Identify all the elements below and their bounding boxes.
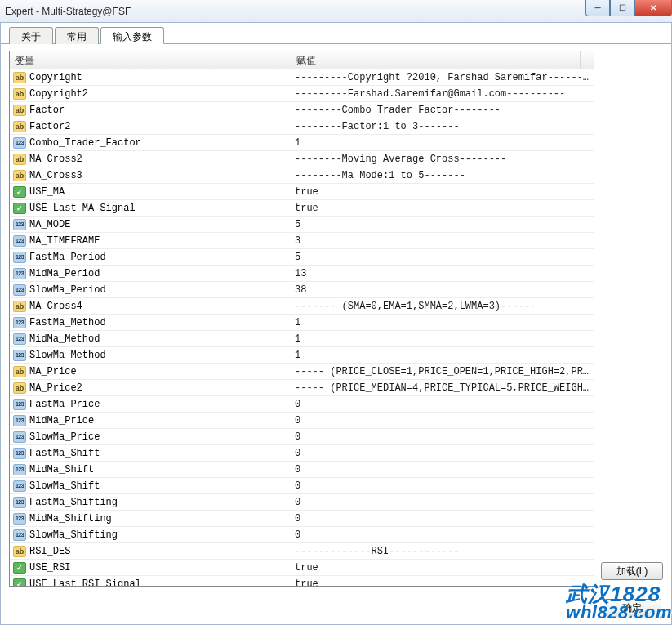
cell-value[interactable]: 0 — [291, 448, 594, 459]
cell-value[interactable]: true — [291, 578, 594, 587]
table-row[interactable]: 123MidMa_Price0 — [10, 413, 594, 429]
param-name: Copyright2 — [29, 88, 88, 100]
table-row[interactable]: abMA_Cross4------- (SMA=0,EMA=1,SMMA=2,L… — [10, 298, 594, 315]
table-row[interactable]: abCopyright---------Copyright ?2010, Far… — [10, 69, 594, 86]
cell-value[interactable]: true — [291, 186, 594, 198]
cell-value[interactable]: ---------Farshad.Saremifar@Gmail.com----… — [291, 88, 594, 100]
cell-value[interactable]: 0 — [291, 399, 594, 410]
column-header-variable[interactable]: 变量 — [10, 51, 291, 69]
table-row[interactable]: abRSI_DES-------------RSI------------ — [10, 543, 594, 560]
header-scroll-spacer — [581, 51, 594, 69]
param-name: Combo_Trader_Factor — [29, 137, 141, 149]
tab-common[interactable]: 常用 — [55, 27, 99, 44]
cell-value[interactable]: 0 — [291, 480, 594, 492]
close-button[interactable]: ✕ — [634, 0, 672, 16]
tab-inputs[interactable]: 输入参数 — [100, 27, 164, 44]
table-row[interactable]: 123SlowMa_Shift0 — [10, 478, 594, 494]
cell-value[interactable]: 38 — [291, 284, 594, 296]
cell-variable: 123MidMa_Shift — [10, 464, 291, 475]
table-row[interactable]: 123FastMa_Shift0 — [10, 445, 594, 462]
load-button[interactable]: 加载(L) — [601, 562, 663, 580]
table-row[interactable]: ✓USE Last RSI Signaltrue — [10, 576, 594, 586]
cell-variable: 123FastMa_Period — [10, 252, 291, 263]
table-row[interactable]: 123SlowMa_Price0 — [10, 429, 594, 445]
cell-value[interactable]: 5 — [291, 252, 594, 263]
table-row[interactable]: 123SlowMa_Period38 — [10, 282, 594, 298]
param-name: SlowMa_Method — [29, 350, 106, 361]
cell-value[interactable]: --------Ma Mode:1 to 5------- — [291, 170, 594, 181]
table-row[interactable]: abMA_Price2----- (PRICE_MEDIAN=4,PRICE_T… — [10, 380, 594, 396]
table-row[interactable]: 123FastMa_Period5 — [10, 249, 594, 266]
table-row[interactable]: 123FastMa_Method1 — [10, 315, 594, 331]
cell-value[interactable]: 13 — [291, 268, 594, 279]
cell-value[interactable]: --------Combo Trader Factor-------- — [291, 105, 594, 116]
cell-variable: 123SlowMa_Shift — [10, 480, 291, 492]
cell-value[interactable]: ----- (PRICE_MEDIAN=4,PRICE_TYPICAL=5,PR… — [291, 382, 594, 394]
grid-body[interactable]: abCopyright---------Copyright ?2010, Far… — [10, 69, 594, 586]
table-row[interactable]: 123MA_MODE5 — [10, 217, 594, 233]
cell-value[interactable]: 5 — [291, 219, 594, 230]
param-name: USE_MA — [29, 186, 65, 198]
table-row[interactable]: abMA_Cross2--------Moving Average Cross-… — [10, 151, 594, 167]
cell-variable: ✓USE Last RSI Signal — [10, 578, 291, 587]
cell-value[interactable]: true — [291, 203, 594, 214]
cell-value[interactable]: 1 — [291, 317, 594, 328]
table-row[interactable]: abMA_Price----- (PRICE_CLOSE=1,PRICE_OPE… — [10, 364, 594, 380]
cell-value[interactable]: ------- (SMA=0,EMA=1,SMMA=2,LWMA=3)-----… — [291, 301, 594, 312]
cell-value[interactable]: 0 — [291, 464, 594, 475]
table-row[interactable]: 123SlowMa_Shifting0 — [10, 527, 594, 543]
table-row[interactable]: abMA_Cross3--------Ma Mode:1 to 5------- — [10, 167, 594, 184]
table-row[interactable]: 123SlowMa_Method1 — [10, 347, 594, 364]
table-row[interactable]: 123MA_TIMEFRAME3 — [10, 233, 594, 249]
cell-variable: abMA_Cross2 — [10, 154, 291, 165]
cell-variable: 123MidMa_Price — [10, 415, 291, 426]
minimize-button[interactable]: ─ — [585, 0, 610, 16]
table-row[interactable]: 123Combo_Trader_Factor1 — [10, 135, 594, 151]
cell-value[interactable]: 3 — [291, 235, 594, 247]
number-icon: 123 — [13, 137, 26, 149]
table-row[interactable]: 123FastMa_Price0 — [10, 396, 594, 413]
maximize-button[interactable]: ☐ — [610, 0, 634, 16]
cell-value[interactable]: --------Moving Average Cross-------- — [291, 154, 594, 165]
cell-value[interactable]: 0 — [291, 529, 594, 541]
cell-variable: ✓USE_Last_MA_Signal — [10, 203, 291, 214]
cell-value[interactable]: 1 — [291, 350, 594, 361]
number-icon: 123 — [13, 333, 26, 345]
cell-value[interactable]: ----- (PRICE_CLOSE=1,PRICE_OPEN=1,PRICE_… — [291, 366, 594, 377]
table-row[interactable]: ✓USE_RSItrue — [10, 560, 594, 576]
table-row[interactable]: abFactor2--------Factor:1 to 3------- — [10, 118, 594, 135]
table-row[interactable]: ✓USE_Last_MA_Signaltrue — [10, 200, 594, 217]
table-row[interactable]: abCopyright2---------Farshad.Saremifar@G… — [10, 86, 594, 102]
cell-value[interactable]: ---------Copyright ?2010, Farshad Saremi… — [291, 72, 594, 83]
table-row[interactable]: 123MidMa_Method1 — [10, 331, 594, 347]
cell-value[interactable]: true — [291, 562, 594, 574]
cell-value[interactable]: 0 — [291, 415, 594, 426]
cell-value[interactable]: 1 — [291, 137, 594, 149]
side-button-column: 加载(L) — [601, 51, 663, 587]
cell-value[interactable]: 0 — [291, 431, 594, 443]
table-row[interactable]: abFactor--------Combo Trader Factor-----… — [10, 102, 594, 118]
cell-value[interactable]: 1 — [291, 333, 594, 345]
cell-variable: 123SlowMa_Shifting — [10, 529, 291, 541]
cell-value[interactable]: -------------RSI------------ — [291, 546, 594, 557]
table-row[interactable]: 123MidMa_Period13 — [10, 266, 594, 282]
number-icon: 123 — [13, 497, 26, 508]
cell-value[interactable]: --------Factor:1 to 3------- — [291, 121, 594, 132]
table-row[interactable]: 123MidMa_Shift0 — [10, 462, 594, 478]
cell-value[interactable]: 0 — [291, 513, 594, 525]
column-header-value[interactable]: 赋值 — [291, 51, 581, 69]
tab-about[interactable]: 关于 — [9, 27, 53, 44]
table-row[interactable]: 123FastMa_Shifting0 — [10, 494, 594, 511]
cell-variable: 123MA_MODE — [10, 219, 291, 230]
number-icon: 123 — [13, 399, 26, 410]
cell-variable: abFactor — [10, 105, 291, 116]
boolean-icon: ✓ — [13, 578, 26, 587]
cell-variable: 123FastMa_Shift — [10, 448, 291, 459]
table-row[interactable]: ✓USE_MAtrue — [10, 184, 594, 200]
ok-button[interactable]: 确定 — [603, 599, 661, 618]
tab-label: 常用 — [67, 31, 87, 42]
table-row[interactable]: 123MidMa_Shifting0 — [10, 511, 594, 527]
cell-value[interactable]: 0 — [291, 497, 594, 508]
number-icon: 123 — [13, 219, 26, 230]
window-body: 关于 常用 输入参数 变量 赋值 abCopyright---------Cop… — [0, 23, 672, 625]
